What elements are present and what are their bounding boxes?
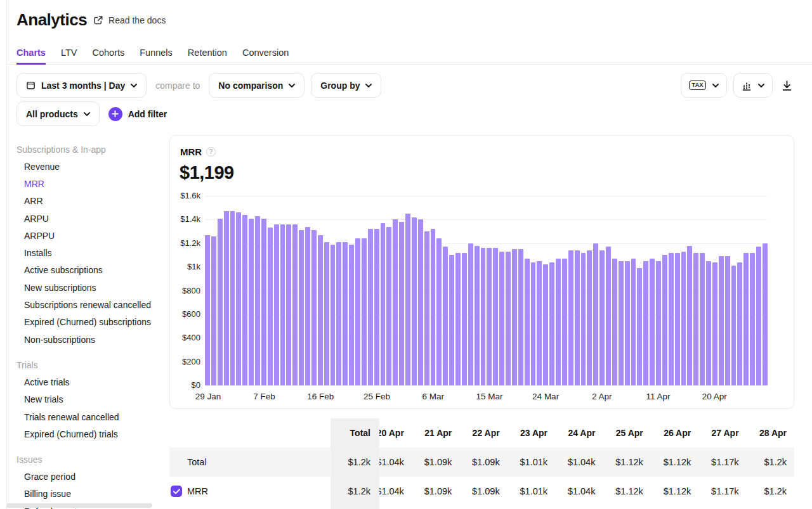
bar[interactable] — [525, 259, 530, 385]
help-icon[interactable]: ? — [206, 147, 216, 157]
bar[interactable] — [299, 230, 304, 385]
bar[interactable] — [355, 238, 360, 385]
bar[interactable] — [424, 231, 429, 385]
bar[interactable] — [286, 224, 291, 385]
bar[interactable] — [556, 259, 561, 385]
tab-charts[interactable]: Charts — [16, 43, 46, 65]
bar[interactable] — [242, 215, 247, 385]
bar[interactable] — [386, 227, 391, 385]
tab-cohorts[interactable]: Cohorts — [92, 43, 124, 65]
bar[interactable] — [230, 211, 235, 385]
tab-ltv[interactable]: LTV — [61, 43, 77, 65]
bar[interactable] — [643, 261, 648, 385]
sidebar-item-expired-churned-trials[interactable]: Expired (Churned) trials — [16, 425, 159, 442]
bar[interactable] — [675, 253, 680, 385]
bar[interactable] — [418, 219, 423, 385]
mrr-checkbox[interactable] — [171, 486, 182, 497]
bar[interactable] — [512, 249, 517, 385]
bar[interactable] — [236, 212, 241, 385]
download-button[interactable] — [779, 77, 795, 94]
bar[interactable] — [737, 262, 742, 385]
sidebar-item-trials-renewal-cancelled[interactable]: Trials renewal cancelled — [16, 408, 159, 425]
table-scroll-viewport[interactable]: 20 Apr$1.04k$1.04k21 Apr$1.09k$1.09k22 A… — [331, 418, 794, 509]
bar[interactable] — [656, 261, 661, 385]
bar[interactable] — [324, 242, 329, 385]
bar[interactable] — [261, 219, 266, 385]
sidebar-item-revenue[interactable]: Revenue — [16, 158, 159, 175]
sidebar-item-new-trials[interactable]: New trials — [16, 391, 159, 408]
bar[interactable] — [562, 259, 567, 385]
bar[interactable] — [292, 224, 298, 385]
date-range-dropdown[interactable]: Last 3 months | Day — [16, 73, 147, 98]
bar[interactable] — [493, 248, 498, 385]
bar[interactable] — [249, 219, 254, 385]
bar[interactable] — [700, 253, 705, 385]
bar[interactable] — [750, 253, 755, 385]
bar[interactable] — [693, 253, 698, 385]
bar[interactable] — [662, 255, 667, 385]
sidebar-item-non-subscriptions[interactable]: Non-subscriptions — [16, 331, 159, 348]
bar[interactable] — [731, 266, 737, 385]
bar[interactable] — [706, 261, 711, 385]
bar[interactable] — [549, 262, 554, 385]
bar[interactable] — [719, 256, 724, 385]
bar[interactable] — [368, 229, 373, 385]
bar[interactable] — [255, 216, 260, 385]
comparison-dropdown[interactable]: No comparison — [209, 73, 304, 98]
bar[interactable] — [743, 253, 749, 385]
bar[interactable] — [374, 229, 379, 385]
bar[interactable] — [449, 255, 454, 385]
sidebar-item-mrr[interactable]: MRR — [16, 175, 159, 192]
bar[interactable] — [405, 214, 410, 385]
read-the-docs-link[interactable]: Read the docs — [93, 15, 166, 25]
bar[interactable] — [224, 211, 229, 385]
bar[interactable] — [725, 256, 730, 385]
bar[interactable] — [349, 245, 354, 385]
sidebar-item-arpu[interactable]: ARPU — [16, 210, 159, 227]
bar[interactable] — [712, 262, 717, 385]
bar[interactable] — [612, 259, 617, 385]
bar[interactable] — [412, 217, 417, 385]
bar[interactable] — [518, 249, 523, 385]
group-by-dropdown[interactable]: Group by — [311, 73, 381, 98]
sidebar-item-active-subscriptions[interactable]: Active subscriptions — [16, 262, 159, 279]
products-dropdown[interactable]: All products — [16, 101, 100, 126]
tax-toggle-dropdown[interactable]: TAX — [681, 73, 727, 98]
bar[interactable] — [669, 253, 674, 385]
tab-funnels[interactable]: Funnels — [140, 43, 173, 65]
bar[interactable] — [581, 253, 586, 385]
bar[interactable] — [331, 245, 336, 385]
bar[interactable] — [211, 236, 216, 385]
bar[interactable] — [336, 242, 341, 385]
bar[interactable] — [393, 219, 398, 385]
bar[interactable] — [481, 248, 486, 385]
sidebar-item-installs[interactable]: Installs — [16, 244, 159, 261]
sidebar-item-arppu[interactable]: ARPPU — [16, 227, 159, 244]
bar[interactable] — [462, 253, 467, 385]
sidebar-item-subscriptions-renewal-cancelled[interactable]: Subscriptions renewal cancelled — [16, 296, 159, 313]
tab-conversion[interactable]: Conversion — [242, 43, 289, 65]
bar[interactable] — [619, 261, 624, 385]
bar[interactable] — [274, 224, 279, 385]
bar[interactable] — [268, 228, 273, 385]
bar[interactable] — [756, 247, 761, 385]
bar[interactable] — [305, 227, 310, 385]
bar[interactable] — [381, 223, 386, 385]
bar[interactable] — [399, 222, 404, 385]
bar[interactable] — [599, 250, 605, 385]
bar[interactable] — [506, 252, 511, 385]
bar[interactable] — [311, 230, 317, 385]
sidebar-item-expired-churned-subscriptions[interactable]: Expired (Churned) subscriptions — [16, 314, 159, 331]
bar[interactable] — [543, 264, 548, 385]
bar[interactable] — [218, 219, 223, 385]
sidebar-item-billing-issue[interactable]: Billing issue — [16, 486, 159, 503]
bar[interactable] — [362, 238, 367, 385]
sidebar-item-arr[interactable]: ARR — [16, 193, 159, 210]
bar[interactable] — [687, 246, 692, 386]
tab-retention[interactable]: Retention — [188, 43, 227, 65]
bar[interactable] — [343, 242, 348, 385]
bar[interactable] — [455, 253, 461, 385]
bar[interactable] — [475, 246, 480, 386]
bar[interactable] — [537, 261, 542, 385]
bar[interactable] — [763, 243, 768, 385]
